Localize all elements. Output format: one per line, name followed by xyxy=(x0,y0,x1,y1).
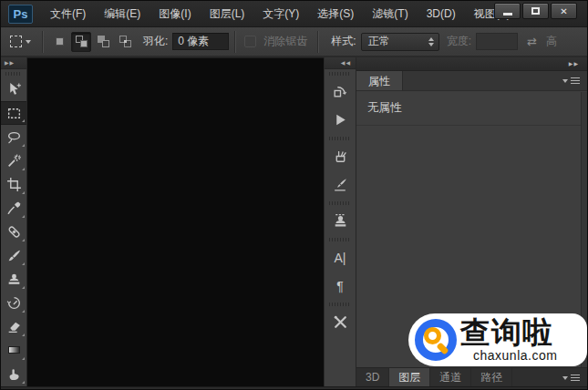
options-bar: 羽化: 消除锯齿 样式: 正常 宽度: ⇄ 高 xyxy=(1,27,587,57)
panel-menu-button[interactable] xyxy=(562,71,587,90)
paragraph-icon: ¶ xyxy=(336,279,344,293)
tool-lasso[interactable] xyxy=(1,125,26,149)
history-brush-tool-icon xyxy=(6,295,22,311)
panel-menu-button[interactable] xyxy=(562,368,587,386)
antialias-checkbox[interactable] xyxy=(244,36,256,47)
chevron-down-icon xyxy=(562,79,568,86)
menu-item-image[interactable]: 图像(I) xyxy=(150,1,200,27)
menu-item-layer[interactable]: 图层(L) xyxy=(201,1,254,27)
grip-handle[interactable] xyxy=(329,72,351,76)
separator xyxy=(317,31,318,53)
magic-wand-tool-icon xyxy=(6,153,22,169)
tool-clone-stamp[interactable] xyxy=(1,267,26,291)
separator xyxy=(234,31,235,53)
brush-tool-icon xyxy=(6,248,22,263)
tool-crop[interactable] xyxy=(1,172,26,196)
close-button[interactable]: ✕ xyxy=(551,3,577,19)
crop-tool-icon xyxy=(6,177,22,192)
flyout-indicator xyxy=(22,239,25,241)
tool-preset-picker[interactable] xyxy=(1,36,36,47)
flyout-indicator xyxy=(22,262,25,265)
properties-panel-header: 属性 xyxy=(356,71,587,91)
bottom-panel-tabs: 3D 图层 通道 路径 xyxy=(356,367,587,386)
brush-panel-button[interactable] xyxy=(325,142,356,170)
tool-brush[interactable] xyxy=(1,243,26,267)
panel-dock-collapse-button[interactable]: ◀◀ xyxy=(325,57,356,69)
flyout-indicator xyxy=(22,215,25,218)
width-input[interactable] xyxy=(476,33,518,50)
feather-input[interactable] xyxy=(172,33,229,50)
menu-item-type[interactable]: 文字(Y) xyxy=(253,1,308,27)
selection-mode-new[interactable] xyxy=(49,32,69,52)
tool-eyedropper[interactable] xyxy=(1,196,26,220)
history-icon xyxy=(332,83,349,100)
brush-presets-panel-button[interactable] xyxy=(325,170,356,199)
tab-channels[interactable]: 通道 xyxy=(430,368,471,386)
tab-3d[interactable]: 3D xyxy=(356,368,389,386)
menu-bar: Ps 文件(F) 编辑(E) 图像(I) 图层(L) 文字(Y) 选择(S) 滤… xyxy=(1,1,587,27)
maximize-icon xyxy=(531,7,540,15)
spot-healing-brush-tool-icon xyxy=(6,224,22,240)
eraser-tool-icon xyxy=(6,319,22,334)
selection-mode-add[interactable] xyxy=(71,32,91,52)
tool-presets-icon xyxy=(332,313,349,331)
clone-stamp-tool-icon xyxy=(6,272,22,287)
selection-mode-subtract[interactable] xyxy=(93,32,113,52)
eyedropper-tool-icon xyxy=(6,200,22,216)
grip-handle[interactable] xyxy=(5,72,22,76)
magnifier-lens-icon xyxy=(424,327,441,344)
brush-presets-icon xyxy=(332,176,349,193)
actions-panel-button[interactable] xyxy=(325,106,356,134)
menu-item-edit[interactable]: 编辑(E) xyxy=(95,1,150,27)
menu-item-select[interactable]: 选择(S) xyxy=(308,1,363,27)
maximize-button[interactable] xyxy=(522,3,549,19)
grip-handle[interactable] xyxy=(329,238,351,241)
menu-item-filter[interactable]: 滤镜(T) xyxy=(363,1,417,27)
tool-smudge[interactable] xyxy=(1,362,26,385)
history-panel-button[interactable] xyxy=(325,77,356,106)
tab-layers[interactable]: 图层 xyxy=(389,368,430,386)
tool-spot-healing-brush[interactable] xyxy=(1,220,26,243)
watermark-title: 查询啦 xyxy=(460,317,557,348)
tool-magic-wand[interactable] xyxy=(1,149,26,172)
menu-item-3d[interactable]: 3D(D) xyxy=(418,1,465,27)
lasso-tool-icon xyxy=(6,129,22,145)
flyout-indicator xyxy=(22,119,25,122)
menu-item-file[interactable]: 文件(F) xyxy=(41,1,95,27)
minimize-button[interactable] xyxy=(494,3,521,19)
feather-label: 羽化: xyxy=(143,34,168,49)
toolbar-collapse-button[interactable]: ▶▶ xyxy=(1,57,26,69)
tool-history-brush[interactable] xyxy=(1,291,26,314)
clone-source-panel-button[interactable] xyxy=(325,207,356,235)
move-tool-icon xyxy=(6,82,22,98)
character-panel-button[interactable]: A| xyxy=(325,243,356,272)
swap-dimensions-icon[interactable]: ⇄ xyxy=(527,35,537,48)
paragraph-panel-button[interactable]: ¶ xyxy=(325,272,356,300)
tool-presets-panel-button[interactable] xyxy=(325,308,356,336)
canvas[interactable] xyxy=(27,57,324,386)
tool-eraser[interactable] xyxy=(1,314,26,338)
flyout-indicator xyxy=(22,144,25,147)
flyout-indicator xyxy=(22,334,25,336)
grip-handle[interactable] xyxy=(329,201,351,205)
selection-mode-intersect[interactable] xyxy=(115,32,135,52)
app-logo: Ps xyxy=(8,5,33,24)
clone-source-icon xyxy=(332,212,349,230)
tab-paths[interactable]: 路径 xyxy=(471,368,512,386)
tab-properties[interactable]: 属性 xyxy=(356,71,403,90)
grip-handle[interactable] xyxy=(329,137,351,140)
style-dropdown[interactable]: 正常 xyxy=(361,33,439,51)
style-label: 样式: xyxy=(331,34,356,49)
collapsed-panel-dock: ◀◀ xyxy=(324,57,356,386)
tool-gradient[interactable] xyxy=(1,338,26,362)
no-properties-message: 无属性 xyxy=(356,92,587,126)
character-icon: A| xyxy=(335,251,346,265)
subtract-from-selection-icon xyxy=(98,36,109,47)
grip-handle[interactable] xyxy=(329,303,351,306)
tool-move[interactable] xyxy=(1,77,26,101)
smudge-tool-icon xyxy=(6,366,22,382)
right-dock-collapse-button[interactable]: ▶▶ xyxy=(356,57,587,71)
chevron-down-icon xyxy=(26,40,31,46)
new-selection-icon xyxy=(54,36,66,47)
tool-rectangular-marquee[interactable] xyxy=(1,101,26,125)
